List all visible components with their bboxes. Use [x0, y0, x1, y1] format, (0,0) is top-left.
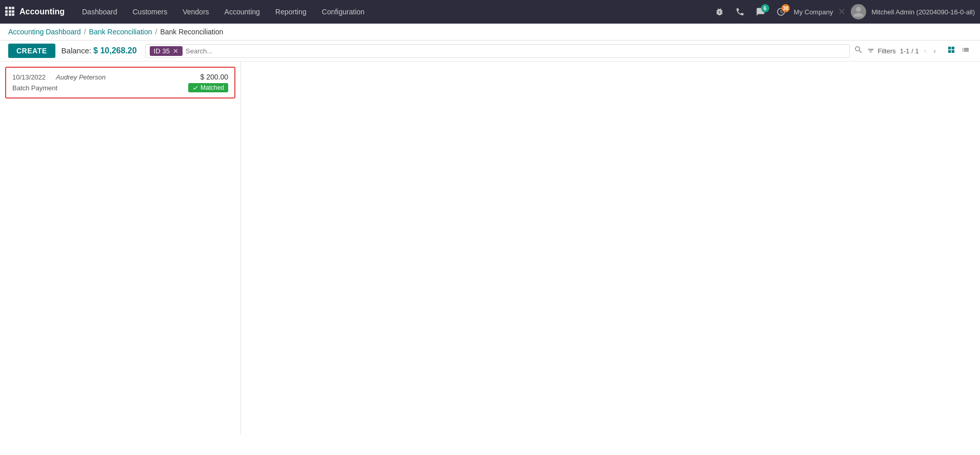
record-name: Audrey Peterson	[56, 73, 106, 81]
clock-icon-btn[interactable]: 38	[773, 5, 789, 18]
company-name[interactable]: My Company	[794, 8, 833, 16]
nav-reporting[interactable]: Reporting	[268, 0, 314, 24]
search-tag-close[interactable]: ✕	[173, 47, 178, 55]
svg-rect-6	[5, 13, 8, 16]
balance-amount: $ 10,268.20	[93, 46, 137, 55]
prev-page-btn[interactable]: ‹	[922, 46, 929, 56]
search-input[interactable]	[186, 47, 845, 55]
action-bar: CREATE Balance: $ 10,268.20 ID 35 ✕ Filt…	[0, 41, 980, 62]
svg-rect-8	[12, 13, 14, 16]
svg-rect-1	[9, 7, 11, 9]
svg-rect-7	[9, 13, 11, 16]
left-panel: 10/13/2022 Audrey Peterson $ 200.00 Batc…	[0, 62, 241, 434]
kanban-view-btn[interactable]	[945, 45, 957, 57]
record-amount: $ 200.00	[201, 73, 229, 81]
search-tag-label: ID	[154, 47, 161, 55]
record-card[interactable]: 10/13/2022 Audrey Peterson $ 200.00 Batc…	[5, 67, 235, 98]
app-brand[interactable]: Accounting	[19, 7, 65, 16]
user-name[interactable]: Mitchell Admin (20204090-16-0-all)	[871, 8, 975, 16]
list-view-btn[interactable]	[959, 45, 972, 57]
record-date: 10/13/2022	[12, 73, 46, 81]
record-top: 10/13/2022 Audrey Peterson $ 200.00	[12, 73, 228, 81]
svg-rect-2	[12, 7, 14, 9]
record-bottom: Batch Payment Matched	[12, 83, 228, 92]
nav-vendors[interactable]: Vendors	[175, 0, 216, 24]
view-toggle	[945, 45, 972, 57]
breadcrumb: Accounting Dashboard / Bank Reconciliati…	[0, 24, 980, 41]
search-tag-id[interactable]: ID 35 ✕	[150, 46, 183, 56]
top-navigation: Accounting Dashboard Customers Vendors A…	[0, 0, 980, 24]
pagination-text: 1-1 / 1	[900, 47, 919, 55]
breadcrumb-current: Bank Reconciliation	[160, 28, 223, 36]
search-box[interactable]: ID 35 ✕	[145, 44, 850, 58]
filters-label: Filters	[877, 47, 895, 55]
bug-icon-btn[interactable]	[712, 5, 727, 18]
phone-icon-btn[interactable]	[732, 5, 748, 18]
main-content: 10/13/2022 Audrey Peterson $ 200.00 Batc…	[0, 62, 980, 434]
svg-rect-5	[12, 10, 14, 13]
balance-label: Balance: $ 10,268.20	[62, 46, 137, 55]
filters-button[interactable]: Filters	[867, 46, 895, 56]
nav-configuration[interactable]: Configuration	[315, 0, 372, 24]
nav-accounting[interactable]: Accounting	[217, 0, 267, 24]
svg-rect-3	[5, 10, 8, 13]
matched-badge: Matched	[188, 83, 228, 92]
topnav-right: 6 38 My Company ✕ Mitchell Admin (202040…	[712, 4, 975, 19]
clock-badge: 38	[782, 4, 790, 12]
search-icon[interactable]	[854, 45, 863, 56]
breadcrumb-part1[interactable]: Accounting Dashboard	[8, 28, 81, 36]
svg-rect-4	[9, 10, 11, 13]
breadcrumb-sep2: /	[155, 28, 157, 36]
avatar[interactable]	[851, 4, 866, 19]
search-tag-value: 35	[163, 47, 170, 55]
svg-rect-0	[5, 7, 8, 9]
breadcrumb-part2[interactable]: Bank Reconciliation	[89, 28, 152, 36]
nav-customers[interactable]: Customers	[126, 0, 175, 24]
nav-dashboard[interactable]: Dashboard	[75, 0, 125, 24]
chat-icon-btn[interactable]: 6	[753, 5, 768, 18]
next-page-btn[interactable]: ›	[931, 46, 938, 56]
record-type: Batch Payment	[12, 84, 57, 92]
create-button[interactable]: CREATE	[8, 44, 55, 58]
right-panel	[241, 62, 980, 434]
breadcrumb-sep1: /	[84, 28, 86, 36]
chat-badge: 6	[761, 4, 769, 12]
right-toolbar: ID 35 ✕ Filters 1-1 / 1 ‹ ›	[145, 44, 972, 58]
grid-icon[interactable]	[5, 7, 14, 17]
pagination: 1-1 / 1 ‹ ›	[900, 45, 972, 57]
nav-separator: ✕	[838, 6, 846, 17]
left-toolbar: CREATE Balance: $ 10,268.20	[8, 44, 137, 58]
main-menu: Dashboard Customers Vendors Accounting R…	[75, 0, 710, 24]
